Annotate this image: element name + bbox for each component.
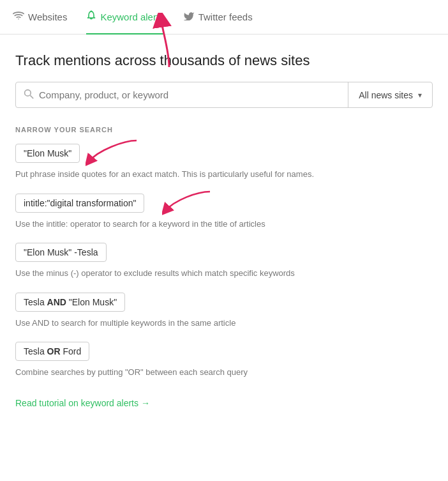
example-exact-match: "Elon Musk" Put phrase inside quotes for…	[15, 144, 433, 181]
tutorial-link[interactable]: Read tutorial on keyword alerts →	[15, 398, 150, 408]
tab-twitter-feeds-label: Twitter feeds	[198, 11, 253, 22]
or-tag: Tesla OR Ford	[15, 342, 89, 361]
search-input-wrap	[16, 82, 348, 107]
or-bold: OR	[47, 346, 61, 356]
and-suffix: "Elon Musk"	[66, 297, 117, 307]
and-bold: AND	[47, 297, 66, 307]
or-desc: Combine searches by putting "OR" between…	[15, 366, 433, 379]
tab-websites[interactable]: Websites	[13, 1, 67, 34]
intitle-prefix: intitle:	[24, 198, 47, 208]
svg-point-0	[18, 19, 19, 20]
svg-point-2	[25, 89, 31, 96]
narrow-label: NARROW YOUR SEARCH	[15, 126, 433, 134]
search-input[interactable]	[39, 82, 340, 107]
page-title: Track mentions across thousands of news …	[15, 52, 433, 69]
tab-keyword-alerts-label: Keyword alerts	[100, 11, 163, 22]
page-wrapper: Websites Keyword alerts Twitter feeds Tr	[0, 0, 448, 427]
and-prefix: Tesla	[24, 297, 47, 307]
minus-desc: Use the minus (-) operator to exclude re…	[15, 267, 433, 280]
news-sites-label: All news sites	[359, 90, 413, 100]
and-tag: Tesla AND "Elon Musk"	[15, 293, 125, 312]
intitle-value: "digital transformation"	[47, 198, 137, 208]
and-desc: Use AND to search for multiple keywords …	[15, 317, 433, 330]
svg-point-1	[91, 10, 92, 11]
example-minus: "Elon Musk" -Tesla Use the minus (-) ope…	[15, 243, 433, 280]
or-prefix: Tesla	[24, 346, 47, 356]
tabs-bar: Websites Keyword alerts Twitter feeds	[0, 0, 448, 34]
exact-match-desc: Put phrase inside quotes for an exact ma…	[15, 168, 433, 181]
narrow-section: NARROW YOUR SEARCH "Elon Musk"	[15, 126, 433, 379]
example-intitle: intitle:"digital transformation" Use the…	[15, 194, 433, 231]
example-and: Tesla AND "Elon Musk" Use AND to search …	[15, 293, 433, 330]
main-content: Track mentions across thousands of news …	[0, 34, 448, 427]
search-icon	[24, 89, 34, 102]
minus-tag: "Elon Musk" -Tesla	[15, 243, 107, 262]
news-sites-dropdown[interactable]: All news sites ▾	[348, 82, 432, 107]
tab-twitter-feeds[interactable]: Twitter feeds	[183, 1, 253, 34]
or-suffix: Ford	[61, 346, 82, 356]
example-or: Tesla OR Ford Combine searches by puttin…	[15, 342, 433, 379]
minus-tag-text: "Elon Musk" -Tesla	[24, 247, 98, 257]
arrow-elon-musk	[86, 137, 143, 172]
svg-line-3	[30, 95, 33, 98]
exact-match-text: "Elon Musk"	[24, 148, 71, 158]
arrow-intitle	[162, 188, 213, 220]
exact-match-tag: "Elon Musk"	[15, 144, 80, 163]
tab-keyword-alerts[interactable]: Keyword alerts	[86, 0, 163, 34]
tab-websites-label: Websites	[28, 11, 67, 22]
intitle-tag: intitle:"digital transformation"	[15, 194, 144, 213]
tutorial-label: Read tutorial on keyword alerts →	[15, 398, 150, 408]
wifi-icon	[13, 11, 24, 22]
intitle-desc: Use the intitle: operator to search for …	[15, 218, 433, 231]
chevron-down-icon: ▾	[418, 91, 422, 100]
twitter-icon	[183, 11, 195, 23]
search-row: All news sites ▾	[15, 82, 433, 108]
bell-icon	[86, 10, 96, 23]
